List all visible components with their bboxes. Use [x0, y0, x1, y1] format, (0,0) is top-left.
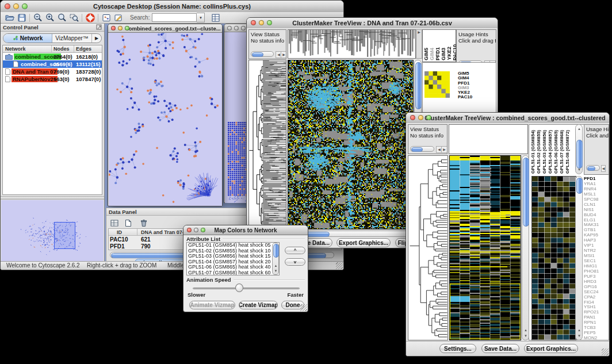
close-button[interactable]: [5, 3, 10, 9]
network-tree-row[interactable]: combined_sco2569(6)13112(15): [3, 60, 102, 68]
column-dendrogram-panel[interactable]: [449, 124, 528, 154]
scroll-thumb[interactable]: [273, 244, 279, 258]
panel-splitter[interactable]: [1, 196, 104, 200]
col-id[interactable]: ID: [117, 229, 122, 235]
heatmap-canvas[interactable]: [450, 156, 521, 340]
zoom-button[interactable]: [426, 115, 431, 120]
zoom-button[interactable]: [241, 26, 246, 30]
open-file-icon[interactable]: [3, 12, 16, 24]
resize-grip[interactable]: [602, 348, 609, 355]
close-button[interactable]: [410, 115, 415, 120]
tab-vizmapper[interactable]: VizMapper™: [52, 34, 92, 43]
attribute-list-item[interactable]: GPL51-04 (GSM857) heat shock 20 min: [187, 259, 272, 265]
scroll-down-icon[interactable]: ▼: [576, 167, 582, 173]
scroll-down-icon[interactable]: ▼: [576, 333, 582, 339]
minimize-button[interactable]: [259, 20, 264, 25]
attribute-list-vscrollbar[interactable]: ▲ ▼: [272, 243, 279, 275]
birdseye-canvas[interactable]: [1, 200, 103, 261]
move-down-button[interactable]: v: [285, 258, 305, 266]
attribute-browser-icon[interactable]: [209, 12, 221, 24]
scroll-thumb[interactable]: [576, 140, 583, 168]
scroll-thumb[interactable]: [411, 147, 423, 152]
view-status-hscrollbar[interactable]: [251, 51, 274, 57]
scroll-thumb[interactable]: [576, 178, 583, 194]
heatmap-canvas[interactable]: [288, 60, 413, 229]
table-row[interactable]: PAC10 621: [110, 236, 128, 243]
view-status-hscrollbar[interactable]: [410, 146, 434, 152]
scroll-right-icon[interactable]: ▶: [441, 146, 447, 153]
scroll-down-icon[interactable]: ▼: [523, 333, 529, 339]
save-session-icon[interactable]: [16, 12, 28, 24]
heatmap-vscrollbar[interactable]: ▲ ▼: [522, 155, 529, 340]
tab-network[interactable]: Network: [3, 34, 52, 43]
scroll-thumb[interactable]: [587, 166, 595, 171]
zoom-button[interactable]: [267, 20, 272, 25]
scroll-down-icon[interactable]: ▼: [273, 268, 278, 274]
zoom-heatmap-canvas[interactable]: [531, 176, 576, 340]
close-button[interactable]: [227, 26, 232, 30]
settings-button[interactable]: Settings...: [439, 344, 476, 353]
help-lifering-icon[interactable]: [84, 12, 96, 24]
row-dendrogram-canvas[interactable]: [408, 156, 447, 340]
zoom-button[interactable]: [125, 26, 129, 30]
row-dendrogram-canvas[interactable]: [249, 60, 286, 229]
scroll-up-icon[interactable]: ▲: [523, 327, 529, 333]
scroll-thumb[interactable]: [252, 52, 263, 57]
attribute-list-item[interactable]: GPL51-01 (GSM854) heat shock 05 min: [187, 243, 272, 248]
attribute-list-item[interactable]: GPL51-07 (GSM868) heat shock 60 min: [187, 270, 272, 275]
zoom-in-icon[interactable]: [44, 12, 56, 24]
minimize-button[interactable]: [118, 26, 123, 30]
close-button[interactable]: [251, 20, 256, 25]
splitter-strip[interactable]: ▶: [416, 29, 422, 59]
minimize-button[interactable]: [13, 3, 19, 9]
zoom-button[interactable]: [201, 228, 205, 232]
network-tree-row[interactable]: combined_scores2764(0)16218(0): [3, 53, 102, 60]
export-graphics-button[interactable]: Export Graphics...: [524, 344, 578, 353]
minimize-button[interactable]: [234, 26, 239, 30]
scroll-left-icon[interactable]: ◀: [601, 165, 606, 172]
search-input[interactable]: [152, 13, 197, 22]
col-edges[interactable]: Edges: [76, 46, 91, 52]
search-dropdown-icon[interactable]: ▼: [197, 13, 205, 22]
attribute-list-item[interactable]: GPL51-02 (GSM855) heat shock 10 min: [187, 248, 272, 254]
scroll-right-icon[interactable]: ▶: [281, 51, 286, 58]
network-tree-row[interactable]: DNA and Tran 07769(0)183728(0): [3, 68, 102, 75]
new-attribute-icon[interactable]: [123, 217, 133, 229]
col-nodes[interactable]: Nodes: [53, 46, 70, 52]
network-overview-icon[interactable]: [100, 12, 112, 24]
export-graphics-button[interactable]: Export Graphics...: [336, 238, 391, 247]
network-graph-canvas[interactable]: [109, 33, 222, 206]
minimize-button[interactable]: [418, 115, 423, 120]
create-vizmap-button[interactable]: Create Vizmap: [239, 301, 278, 309]
delete-attribute-icon[interactable]: [139, 217, 149, 229]
network-view-title-bar[interactable]: combined_scores_good.txt--cluste...: [108, 24, 222, 33]
scroll-thumb[interactable]: [523, 158, 529, 227]
animate-vizmap-button[interactable]: Animate Vizmap: [189, 301, 235, 309]
speed-slider-track[interactable]: [193, 288, 300, 289]
move-up-button[interactable]: ^: [285, 247, 305, 254]
usage-hints-hscrollbar[interactable]: [586, 165, 600, 171]
scroll-up-icon[interactable]: ▲: [576, 327, 582, 333]
annotation-icon[interactable]: [112, 12, 124, 24]
attribute-list-item[interactable]: GPL51-03 (GSM856) heat shock 15 min: [187, 254, 272, 259]
minimize-button[interactable]: [194, 228, 198, 232]
dialog-title-bar[interactable]: Map Colors to Network: [183, 225, 308, 235]
col-network[interactable]: Network: [5, 46, 26, 52]
zoom-selected-icon[interactable]: [68, 12, 80, 24]
save-data-button[interactable]: Save Data...: [481, 344, 519, 353]
speed-slider-thumb[interactable]: [235, 283, 243, 292]
zoom-fit-icon[interactable]: [56, 12, 68, 24]
treeview1-title-bar[interactable]: ClusterMaker TreeView : DNA and Tran 07-…: [247, 18, 498, 29]
attribute-list-item[interactable]: GPL51-06 (GSM865) heat shock 40 min: [187, 265, 272, 270]
zoom-button[interactable]: [22, 3, 28, 9]
scroll-thumb[interactable]: [415, 62, 422, 109]
resize-grip[interactable]: [336, 262, 343, 269]
network-tree-row[interactable]: RNAPuberNov2+563(0)107847(0): [3, 75, 102, 83]
zoom-out-icon[interactable]: [32, 12, 44, 24]
scroll-up-icon[interactable]: ▲: [576, 126, 582, 132]
table-mode-icon[interactable]: [109, 217, 120, 229]
labels-vscrollbar[interactable]: ▲ ▼: [575, 124, 583, 174]
zoom-heatmap-canvas[interactable]: [424, 71, 450, 98]
close-button[interactable]: [187, 228, 192, 232]
column-dendrogram-canvas[interactable]: [288, 30, 415, 58]
